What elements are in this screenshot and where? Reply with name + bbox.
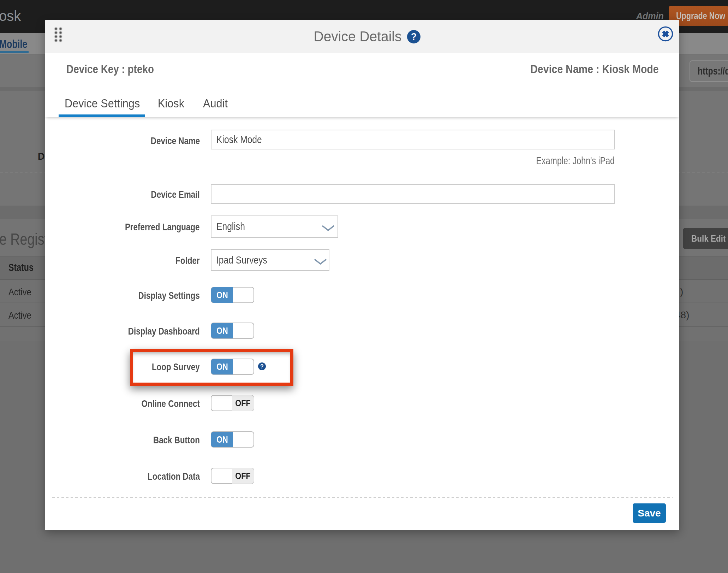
svg-text:?: ? (260, 364, 264, 370)
svg-text:?: ? (411, 31, 417, 42)
